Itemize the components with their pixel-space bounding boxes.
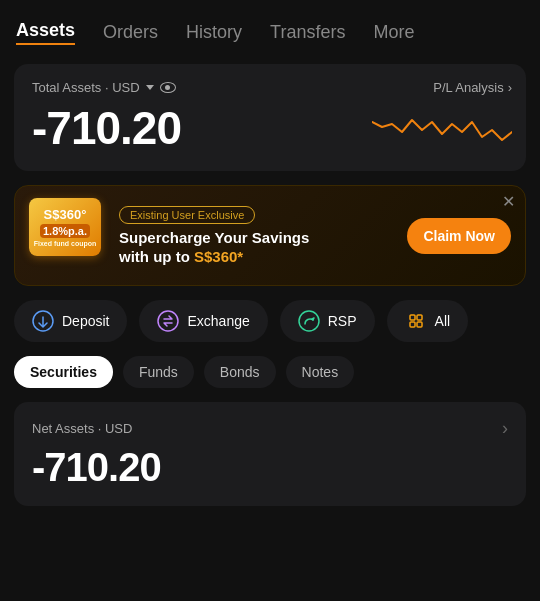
tab-securities[interactable]: Securities bbox=[14, 356, 113, 388]
net-assets-card: Net Assets · USD › -710.20 bbox=[14, 402, 526, 506]
banner-line2: with up to bbox=[119, 248, 194, 265]
svg-rect-6 bbox=[417, 322, 422, 327]
nav-item-more[interactable]: More bbox=[373, 22, 414, 43]
claim-now-button[interactable]: Claim Now bbox=[407, 218, 511, 254]
top-nav: Assets Orders History Transfers More bbox=[0, 0, 540, 64]
dropdown-icon[interactable] bbox=[146, 85, 154, 90]
rsp-icon bbox=[298, 310, 320, 332]
svg-rect-3 bbox=[410, 315, 415, 320]
tab-bonds[interactable]: Bonds bbox=[204, 356, 276, 388]
sparkline-chart bbox=[372, 102, 512, 157]
exclusive-badge: Existing User Exclusive bbox=[119, 206, 255, 224]
banner-line1: Supercharge Your Savings bbox=[119, 229, 309, 246]
promo-rate: 1.8%p.a. bbox=[40, 224, 90, 238]
nav-item-transfers[interactable]: Transfers bbox=[270, 22, 345, 43]
rsp-button[interactable]: RSP bbox=[280, 300, 375, 342]
tab-funds[interactable]: Funds bbox=[123, 356, 194, 388]
rsp-label: RSP bbox=[328, 313, 357, 329]
svg-point-2 bbox=[299, 311, 319, 331]
banner-text: Existing User Exclusive Supercharge Your… bbox=[119, 205, 399, 267]
nav-item-history[interactable]: History bbox=[186, 22, 242, 43]
all-icon bbox=[405, 310, 427, 332]
all-button[interactable]: All bbox=[387, 300, 469, 342]
svg-point-1 bbox=[158, 311, 178, 331]
tab-notes[interactable]: Notes bbox=[286, 356, 355, 388]
exchange-button[interactable]: Exchange bbox=[139, 300, 267, 342]
svg-rect-4 bbox=[417, 315, 422, 320]
nav-item-orders[interactable]: Orders bbox=[103, 22, 158, 43]
all-label: All bbox=[435, 313, 451, 329]
deposit-icon bbox=[32, 310, 54, 332]
deposit-button[interactable]: Deposit bbox=[14, 300, 127, 342]
total-assets-text: Total Assets · USD bbox=[32, 80, 140, 95]
banner-headline: Supercharge Your Savings with up to S$36… bbox=[119, 228, 399, 267]
promo-box: S$360° 1.8%p.a. Fixed fund coupon bbox=[29, 198, 101, 256]
net-assets-label-row: Net Assets · USD › bbox=[32, 418, 508, 439]
deposit-label: Deposit bbox=[62, 313, 109, 329]
nav-item-assets[interactable]: Assets bbox=[16, 20, 75, 45]
pl-analysis-link[interactable]: P/L Analysis › bbox=[433, 80, 512, 95]
svg-rect-5 bbox=[410, 322, 415, 327]
category-tabs: Securities Funds Bonds Notes bbox=[0, 356, 540, 388]
promo-banner: S$360° 1.8%p.a. Fixed fund coupon Existi… bbox=[14, 185, 526, 286]
close-banner-button[interactable]: ✕ bbox=[502, 194, 515, 210]
eye-icon[interactable] bbox=[160, 82, 176, 93]
chevron-right-icon: › bbox=[508, 80, 512, 95]
total-assets-card: Total Assets · USD P/L Analysis › -710.2… bbox=[14, 64, 526, 171]
chevron-right-icon[interactable]: › bbox=[502, 418, 508, 439]
net-assets-label-text: Net Assets · USD bbox=[32, 421, 132, 436]
net-assets-value: -710.20 bbox=[32, 445, 508, 490]
banner-highlight: S$360* bbox=[194, 248, 243, 265]
promo-sub: Fixed fund coupon bbox=[34, 240, 97, 247]
exchange-icon bbox=[157, 310, 179, 332]
exchange-label: Exchange bbox=[187, 313, 249, 329]
promo-image: S$360° 1.8%p.a. Fixed fund coupon bbox=[29, 198, 109, 273]
promo-tag: S$360° bbox=[44, 207, 87, 222]
actions-row: Deposit Exchange RSP bbox=[0, 300, 540, 342]
